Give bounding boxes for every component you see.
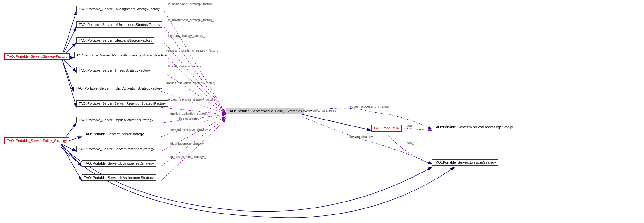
svg-line-24 [302,114,371,130]
label-thread-strat: thread_strategy_ [179,117,203,120]
label-implicit-act-strat: implicit_activation_strategy_ [170,112,210,115]
node-lifespan-factory[interactable]: TAO::Portable_Server::LifespanStrategyFa… [76,37,154,44]
node-id-assignment-factory[interactable]: TAO::Portable_Server::IdAssignmentStrate… [76,6,162,12]
svg-line-14 [164,43,226,114]
label-thread-factory: thread_strategy_factory_ [168,65,203,68]
node-implicit-activation-factory[interactable]: TAO::Portable_Server::ImplicitActivation… [74,85,164,91]
node-implicit-activation-strategy[interactable]: TAO::Portable_Server::ImplicitActivation… [76,117,155,123]
node-servant-retention-strategy[interactable]: TAO::Portable_Server::ServantRetentionSt… [76,146,156,152]
label-request-processing-factory: request_processing_strategy_factory_ [166,49,220,52]
diagram-container: TAO::Portable_Server::StrategyFactory TA… [0,0,644,223]
label-implicit-activation-factory: implicit_activation_strategy_factory_ [166,81,217,85]
node-policy-strategy[interactable]: TAO::Portable_Server::Policy_Strategy [4,137,69,144]
label-req-proc-strat: request_processing_strategy_ [349,105,391,108]
label-active-policy: active_policy_strategies_ [302,109,338,112]
svg-line-21 [161,117,226,151]
label-lifespan-factory: lifespan_strategy_factory_ [168,34,205,38]
svg-line-0 [62,11,76,58]
svg-line-5 [62,58,74,91]
label-poa1: poa_ [407,124,414,127]
node-request-processing-strategy[interactable]: TAO::Portable_Server::RequestProcessingS… [432,124,515,130]
node-id-uniqueness-strategy[interactable]: TAO::Portable_Server::IdUniquenessStrate… [82,160,156,167]
label-servant-retention-factory: servant_retention_strategy_factory_ [166,98,217,101]
svg-line-16 [163,72,226,114]
node-request-processing-factory[interactable]: TAO::Portable_Server::RequestProcessingS… [74,52,169,58]
node-id-assignment-strategy[interactable]: TAO::Portable_Server::IdAssignmentStrate… [82,174,156,181]
label-id-uniq-strat: id_uniqueness_strategy_ [170,142,206,145]
svg-line-17 [161,91,226,114]
svg-line-9 [61,144,76,151]
node-id-uniqueness-factory[interactable]: TAO::Portable_Server::IdUniquenessStrate… [76,21,162,28]
label-poa2: poa_ [407,141,414,145]
svg-line-6 [62,58,76,107]
node-servant-retention-factory[interactable]: TAO::Portable_Server::ServantRetentionSt… [76,100,168,107]
label-lifespan-strat: lifespan_strategy_ [349,135,374,138]
node-active-policy-strategies[interactable]: TAO::Portable_Server::Active_Policy_Stra… [226,108,304,114]
label-id-uniqueness-factory: id_uniqueness_strategy_factory_ [168,18,214,22]
node-thread-strategy[interactable]: TAO::Portable_Server::ThreadStrategy [82,131,146,137]
node-lifespan-strategy[interactable]: TAO::Portable_Server::LifespanStrategy [432,159,498,166]
node-thread-factory[interactable]: TAO::Portable_Server::ThreadStrategyFact… [76,67,152,73]
label-id-assignment-factory: id_assignment_strategy_factory_ [168,3,214,6]
node-tao-root-poa[interactable]: TAO_Root_POA [371,125,402,132]
label-servant-ret-strat: servant_retention_strategy_ [170,128,210,131]
label-id-assign-strat: id_assignment_strategy_ [170,155,206,159]
node-strategy-factory[interactable]: TAO::Portable_Server::StrategyFactory [4,53,70,60]
svg-line-25 [397,128,432,130]
